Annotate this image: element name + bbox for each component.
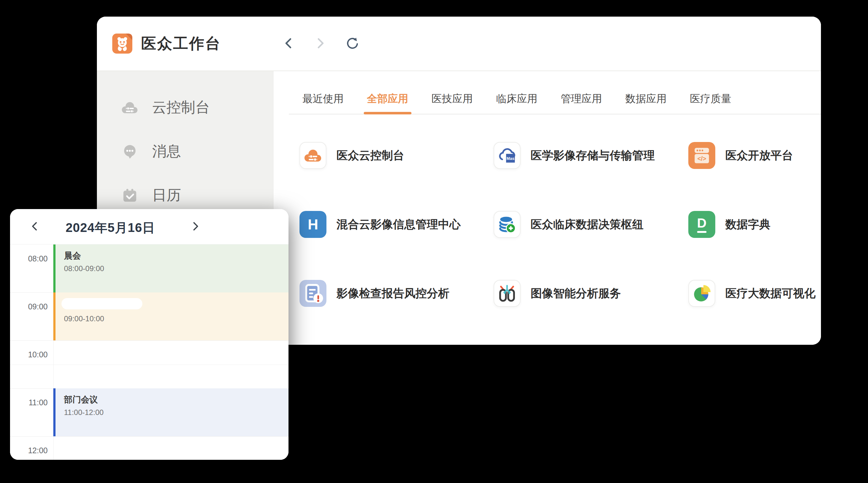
- tab-medical-quality[interactable]: 医疗质量: [690, 92, 731, 106]
- calendar-prev-day-button[interactable]: [28, 220, 41, 234]
- event-title: 晨会: [64, 250, 288, 261]
- event-time: 08:00-09:00: [64, 264, 288, 273]
- browser-nav: [280, 17, 361, 70]
- chevron-right-icon: [314, 37, 327, 51]
- tab-medtech-apps[interactable]: 医技应用: [432, 92, 473, 106]
- app-label: 混合云影像信息管理中心: [337, 217, 461, 232]
- app-cloud-console[interactable]: 医众云控制台: [300, 142, 494, 169]
- letter-h-icon: H: [300, 211, 327, 238]
- calendar-header: 2024年5月16日: [10, 209, 288, 245]
- sidebar-item-calendar[interactable]: 日历: [97, 181, 273, 210]
- calendar-check-icon: [121, 186, 139, 204]
- sidebar-item-label: 云控制台: [152, 98, 210, 117]
- event-accent-bar: [53, 292, 56, 341]
- app-label: 数据字典: [725, 217, 771, 232]
- half-hour-gridline: [10, 364, 288, 365]
- app-label: 图像智能分析服务: [531, 286, 621, 301]
- app-label: 医众开放平台: [725, 148, 793, 163]
- tab-clinical-apps[interactable]: 临床应用: [496, 92, 537, 106]
- tab-management-apps[interactable]: 管理应用: [561, 92, 602, 106]
- refresh-icon: [345, 36, 360, 52]
- sidebar-item-messages[interactable]: 消息: [97, 137, 273, 166]
- app-title: 医众工作台: [141, 34, 221, 54]
- dictionary-d-icon: D: [688, 211, 715, 238]
- calendar-date: 2024年5月16日: [41, 219, 179, 236]
- calendar-event-department-meeting[interactable]: 部门会议 11:00-12:00: [53, 388, 288, 436]
- hour-gridline: [10, 436, 288, 437]
- hour-gridline: [10, 341, 288, 341]
- app-hybrid-cloud-imaging[interactable]: H 混合云影像信息管理中心: [300, 211, 494, 238]
- time-label: 08:00: [10, 254, 48, 263]
- app-logo-icon: [112, 34, 132, 54]
- chevron-left-icon: [29, 228, 40, 232]
- app-label: 医众云控制台: [337, 148, 404, 163]
- cloud-settings-icon: [121, 98, 139, 117]
- content-area: 最近使用 全部应用 医技应用 临床应用 管理应用 数据应用 医疗质量: [274, 71, 821, 345]
- calendar-panel: 2024年5月16日 08:00 09:00 10:00 11:00 12:00: [10, 209, 288, 460]
- message-bubble-icon: [121, 142, 139, 160]
- forward-button[interactable]: [312, 35, 329, 53]
- svg-text:Mas: Mas: [506, 156, 514, 161]
- tab-recently-used[interactable]: 最近使用: [302, 92, 344, 106]
- time-label: 12:00: [10, 446, 48, 455]
- app-clinical-data-hub[interactable]: 医众临床数据决策枢纽: [494, 211, 688, 238]
- svg-text:</>: </>: [698, 155, 706, 162]
- event-accent-bar: [53, 388, 56, 436]
- chevron-left-icon: [282, 37, 296, 51]
- app-category-tabs: 最近使用 全部应用 医技应用 临床应用 管理应用 数据应用 医疗质量: [289, 71, 821, 115]
- event-accent-bar: [53, 245, 56, 292]
- tab-all-apps[interactable]: 全部应用: [367, 92, 408, 106]
- lungs-icon: [494, 280, 521, 307]
- cloud-mas-icon: Mas: [494, 142, 521, 169]
- app-report-risk-analysis[interactable]: 影像检查报告风控分析: [300, 280, 494, 307]
- app-open-platform[interactable]: </> 医众开放平台: [688, 142, 821, 169]
- app-grid: 医众云控制台 Mas 医学影像存储与传输管理: [274, 115, 821, 307]
- sidebar-item-cloud-console[interactable]: 云控制台: [97, 93, 273, 122]
- calendar-event-morning-meeting[interactable]: 晨会 08:00-09:00: [53, 245, 288, 292]
- app-label: 医众临床数据决策枢纽: [531, 217, 644, 232]
- app-label: 影像检查报告风控分析: [337, 286, 450, 301]
- database-add-icon: [494, 211, 521, 238]
- calendar-event-redacted[interactable]: 09:00-10:00: [53, 292, 288, 341]
- app-bigdata-visualization[interactable]: 医疗大数据可视化: [688, 280, 821, 307]
- sidebar-item-label: 日历: [152, 186, 181, 205]
- tab-data-apps[interactable]: 数据应用: [625, 92, 667, 106]
- calendar-day-view: 08:00 09:00 10:00 11:00 12:00 晨会 08:00-0…: [10, 245, 288, 460]
- app-data-dictionary[interactable]: D 数据字典: [688, 211, 821, 238]
- event-title: 部门会议: [64, 394, 288, 405]
- app-imaging-storage-transfer[interactable]: Mas 医学影像存储与传输管理: [494, 142, 688, 169]
- time-label: 11:00: [10, 398, 48, 407]
- app-label: 医学影像存储与传输管理: [531, 148, 655, 163]
- event-title-redacted: [61, 298, 143, 309]
- refresh-button[interactable]: [343, 34, 361, 53]
- code-window-icon: </>: [688, 142, 715, 169]
- app-image-ai-analysis[interactable]: 图像智能分析服务: [494, 280, 688, 307]
- event-time: 11:00-12:00: [64, 408, 288, 417]
- sidebar-item-label: 消息: [152, 142, 181, 161]
- chevron-right-icon: [190, 228, 201, 232]
- app-label: 医疗大数据可视化: [725, 286, 816, 301]
- event-time: 09:00-10:00: [64, 314, 288, 323]
- report-alert-icon: [300, 280, 327, 307]
- pie-chart-icon: [688, 280, 715, 307]
- cloud-sliders-icon: [300, 142, 327, 169]
- time-label: 10:00: [10, 350, 48, 359]
- back-button[interactable]: [280, 35, 297, 53]
- window-header: 医众工作台: [97, 17, 821, 71]
- calendar-next-day-button[interactable]: [189, 220, 202, 234]
- time-label: 09:00: [10, 302, 48, 311]
